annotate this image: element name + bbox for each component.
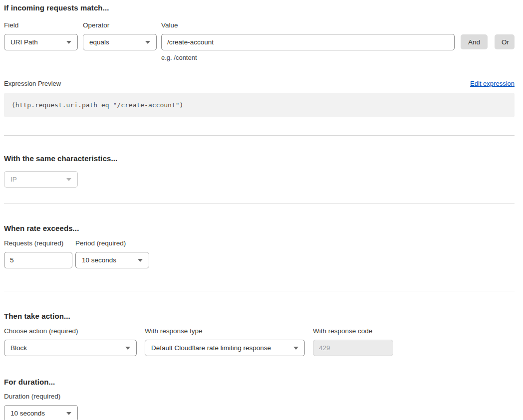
action-label: Choose action (required) [4,327,137,335]
expression-code-text: (http.request.uri.path eq "/create-accou… [11,101,183,109]
period-select[interactable]: 10 seconds [75,252,149,268]
requests-input[interactable] [4,252,72,268]
chevron-down-icon [66,178,71,181]
response-code-column: With response code [313,327,393,356]
requests-column: Requests (required) [4,239,72,268]
operator-label: Operator [83,21,157,29]
chevron-down-icon [66,412,71,415]
value-column: Value e.g. /content [161,21,455,61]
section-divider [4,135,515,136]
response-code-label: With response code [313,327,393,335]
or-button[interactable]: Or [495,34,515,49]
value-helper-text: e.g. /content [161,54,455,61]
match-controls-row: Field URI Path Operator equals Value e.g… [4,21,515,61]
value-label: Value [161,21,455,29]
chevron-down-icon [125,347,130,350]
rate-section-title: When rate exceeds... [4,223,515,233]
duration-label: Duration (required) [4,393,78,400]
chevron-down-icon [66,41,71,44]
expression-logic-buttons: And Or [461,21,515,49]
characteristics-section-title: With the same characteristics... [4,154,515,164]
duration-select[interactable]: 10 seconds [4,405,78,420]
rate-limiting-rule-form: If incoming requests match... Field URI … [0,0,523,420]
field-column: Field URI Path [4,21,78,50]
response-type-column: With response type Default Cloudflare ra… [145,327,305,356]
chevron-down-icon [145,41,150,44]
chevron-down-icon [138,259,143,262]
match-section-title: If incoming requests match... [4,3,515,13]
response-type-select[interactable]: Default Cloudflare rate limiting respons… [145,340,305,356]
operator-column: Operator equals [83,21,157,50]
expression-preview-label: Expression Preview [4,80,61,87]
action-select[interactable]: Block [4,340,137,356]
action-controls-row: Choose action (required) Block With resp… [4,327,515,356]
expression-preview-code: (http.request.uri.path eq "/create-accou… [4,93,515,117]
and-button[interactable]: And [461,34,488,49]
response-type-select-value: Default Cloudflare rate limiting respons… [151,344,271,352]
operator-select-value: equals [89,38,109,46]
characteristic-select-value: IP [10,176,17,183]
action-select-value: Block [10,344,27,352]
operator-select[interactable]: equals [83,34,157,50]
response-type-label: With response type [145,327,305,335]
field-select[interactable]: URI Path [4,34,78,50]
section-divider [4,291,515,291]
duration-select-value: 10 seconds [10,410,45,417]
value-input[interactable] [161,34,455,50]
characteristic-select: IP [4,171,78,188]
field-select-value: URI Path [10,38,38,46]
section-divider [4,204,515,204]
expression-preview-header: Expression Preview Edit expression [4,80,515,87]
period-label: Period (required) [75,239,149,247]
action-column: Choose action (required) Block [4,327,137,356]
edit-expression-link[interactable]: Edit expression [470,80,515,87]
requests-label: Requests (required) [4,239,72,247]
duration-section-title: For duration... [4,377,515,387]
period-select-value: 10 seconds [82,256,116,264]
chevron-down-icon [293,347,298,350]
action-section-title: Then take action... [4,311,515,321]
period-column: Period (required) 10 seconds [75,239,149,268]
duration-column: Duration (required) 10 seconds [4,393,78,420]
response-code-input [313,340,393,356]
rate-controls-row: Requests (required) Period (required) 10… [4,239,515,268]
field-label: Field [4,21,78,29]
